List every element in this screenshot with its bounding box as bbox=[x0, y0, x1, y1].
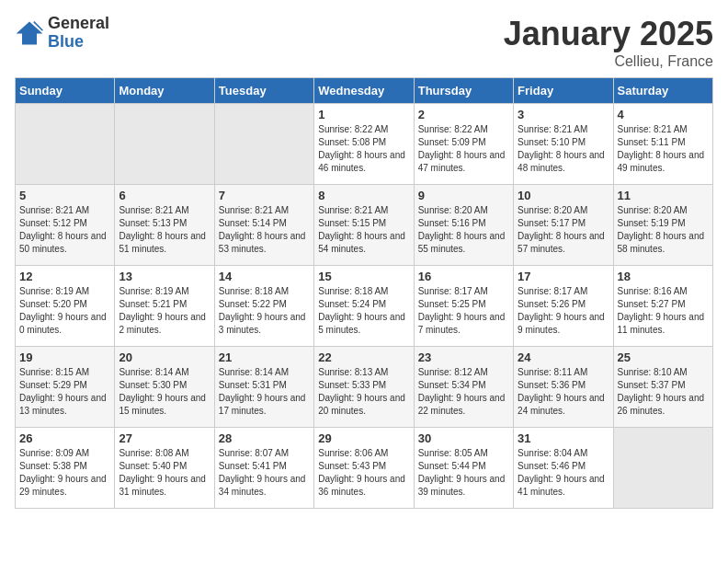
day-info: Sunrise: 8:15 AMSunset: 5:29 PMDaylight:… bbox=[19, 366, 110, 418]
logo-icon bbox=[15, 20, 44, 46]
calendar-day-cell: 30Sunrise: 8:05 AMSunset: 5:44 PMDayligh… bbox=[414, 428, 513, 509]
svg-marker-0 bbox=[17, 21, 43, 44]
day-number: 13 bbox=[119, 270, 210, 283]
day-number: 29 bbox=[318, 431, 409, 445]
calendar-day-cell: 6Sunrise: 8:21 AMSunset: 5:13 PMDaylight… bbox=[115, 185, 214, 266]
calendar-day-cell: 12Sunrise: 8:19 AMSunset: 5:20 PMDayligh… bbox=[16, 266, 115, 347]
day-number: 24 bbox=[518, 350, 609, 364]
day-number: 17 bbox=[518, 270, 609, 283]
day-number: 11 bbox=[618, 189, 709, 202]
calendar-day-cell: 23Sunrise: 8:12 AMSunset: 5:34 PMDayligh… bbox=[414, 347, 513, 428]
day-number: 22 bbox=[318, 350, 409, 364]
calendar-day-cell: 20Sunrise: 8:14 AMSunset: 5:30 PMDayligh… bbox=[115, 347, 214, 428]
day-number: 3 bbox=[518, 108, 609, 121]
day-number: 21 bbox=[219, 350, 310, 364]
day-number: 19 bbox=[19, 350, 110, 364]
day-number: 23 bbox=[418, 350, 509, 364]
calendar-week-row: 19Sunrise: 8:15 AMSunset: 5:29 PMDayligh… bbox=[16, 347, 713, 428]
day-info: Sunrise: 8:17 AMSunset: 5:26 PMDaylight:… bbox=[518, 285, 609, 337]
calendar-day-cell: 13Sunrise: 8:19 AMSunset: 5:21 PMDayligh… bbox=[115, 266, 214, 347]
day-info: Sunrise: 8:14 AMSunset: 5:31 PMDaylight:… bbox=[219, 366, 310, 418]
logo-text: General Blue bbox=[48, 15, 109, 52]
calendar-header-row: SundayMondayTuesdayWednesdayThursdayFrid… bbox=[16, 78, 713, 104]
day-info: Sunrise: 8:10 AMSunset: 5:37 PMDaylight:… bbox=[618, 366, 709, 418]
day-header: Friday bbox=[514, 78, 613, 104]
day-number: 30 bbox=[418, 431, 509, 445]
day-number: 20 bbox=[119, 350, 210, 364]
day-info: Sunrise: 8:13 AMSunset: 5:33 PMDaylight:… bbox=[318, 366, 409, 418]
calendar-day-cell: 7Sunrise: 8:21 AMSunset: 5:14 PMDaylight… bbox=[214, 185, 313, 266]
calendar-day-cell: 19Sunrise: 8:15 AMSunset: 5:29 PMDayligh… bbox=[16, 347, 115, 428]
day-info: Sunrise: 8:11 AMSunset: 5:36 PMDaylight:… bbox=[518, 366, 609, 418]
day-info: Sunrise: 8:05 AMSunset: 5:44 PMDaylight:… bbox=[418, 447, 509, 499]
day-info: Sunrise: 8:21 AMSunset: 5:13 PMDaylight:… bbox=[119, 204, 210, 256]
day-header: Thursday bbox=[414, 78, 513, 104]
logo-general: General bbox=[48, 15, 109, 33]
day-info: Sunrise: 8:18 AMSunset: 5:24 PMDaylight:… bbox=[318, 285, 409, 337]
logo: General Blue bbox=[15, 15, 109, 52]
day-header: Monday bbox=[115, 78, 214, 104]
calendar-day-cell bbox=[613, 428, 712, 509]
day-info: Sunrise: 8:21 AMSunset: 5:14 PMDaylight:… bbox=[219, 204, 310, 256]
day-number: 31 bbox=[518, 431, 609, 445]
calendar-day-cell: 22Sunrise: 8:13 AMSunset: 5:33 PMDayligh… bbox=[314, 347, 414, 428]
day-info: Sunrise: 8:19 AMSunset: 5:21 PMDaylight:… bbox=[119, 285, 210, 337]
calendar-day-cell: 14Sunrise: 8:18 AMSunset: 5:22 PMDayligh… bbox=[214, 266, 313, 347]
day-header: Tuesday bbox=[214, 78, 313, 104]
calendar-day-cell: 25Sunrise: 8:10 AMSunset: 5:37 PMDayligh… bbox=[613, 347, 712, 428]
day-info: Sunrise: 8:08 AMSunset: 5:40 PMDaylight:… bbox=[119, 447, 210, 499]
month-title: January 2025 bbox=[504, 15, 713, 53]
day-info: Sunrise: 8:20 AMSunset: 5:17 PMDaylight:… bbox=[518, 204, 609, 256]
calendar-day-cell: 5Sunrise: 8:21 AMSunset: 5:12 PMDaylight… bbox=[16, 185, 115, 266]
day-header: Sunday bbox=[16, 78, 115, 104]
day-number: 5 bbox=[19, 189, 110, 202]
day-number: 12 bbox=[19, 270, 110, 283]
day-info: Sunrise: 8:22 AMSunset: 5:09 PMDaylight:… bbox=[418, 123, 509, 175]
day-info: Sunrise: 8:20 AMSunset: 5:19 PMDaylight:… bbox=[618, 204, 709, 256]
day-number: 16 bbox=[418, 270, 509, 283]
calendar-day-cell: 27Sunrise: 8:08 AMSunset: 5:40 PMDayligh… bbox=[115, 428, 214, 509]
day-number: 28 bbox=[219, 431, 310, 445]
day-number: 7 bbox=[219, 189, 310, 202]
day-info: Sunrise: 8:18 AMSunset: 5:22 PMDaylight:… bbox=[219, 285, 310, 337]
day-number: 6 bbox=[119, 189, 210, 202]
day-info: Sunrise: 8:21 AMSunset: 5:10 PMDaylight:… bbox=[518, 123, 609, 175]
day-info: Sunrise: 8:17 AMSunset: 5:25 PMDaylight:… bbox=[418, 285, 509, 337]
day-info: Sunrise: 8:22 AMSunset: 5:08 PMDaylight:… bbox=[318, 123, 409, 175]
calendar-day-cell: 4Sunrise: 8:21 AMSunset: 5:11 PMDaylight… bbox=[613, 104, 712, 185]
day-info: Sunrise: 8:04 AMSunset: 5:46 PMDaylight:… bbox=[518, 447, 609, 499]
calendar-day-cell bbox=[214, 104, 313, 185]
calendar-day-cell: 1Sunrise: 8:22 AMSunset: 5:08 PMDaylight… bbox=[314, 104, 414, 185]
calendar-week-row: 26Sunrise: 8:09 AMSunset: 5:38 PMDayligh… bbox=[16, 428, 713, 509]
day-info: Sunrise: 8:21 AMSunset: 5:12 PMDaylight:… bbox=[19, 204, 110, 256]
calendar-day-cell: 16Sunrise: 8:17 AMSunset: 5:25 PMDayligh… bbox=[414, 266, 513, 347]
calendar-day-cell: 29Sunrise: 8:06 AMSunset: 5:43 PMDayligh… bbox=[314, 428, 414, 509]
day-info: Sunrise: 8:21 AMSunset: 5:15 PMDaylight:… bbox=[318, 204, 409, 256]
day-number: 26 bbox=[19, 431, 110, 445]
day-number: 18 bbox=[618, 270, 709, 283]
day-number: 2 bbox=[418, 108, 509, 121]
day-info: Sunrise: 8:09 AMSunset: 5:38 PMDaylight:… bbox=[19, 447, 110, 499]
day-info: Sunrise: 8:07 AMSunset: 5:41 PMDaylight:… bbox=[219, 447, 310, 499]
calendar-day-cell: 28Sunrise: 8:07 AMSunset: 5:41 PMDayligh… bbox=[214, 428, 313, 509]
day-number: 27 bbox=[119, 431, 210, 445]
day-info: Sunrise: 8:21 AMSunset: 5:11 PMDaylight:… bbox=[618, 123, 709, 175]
calendar-day-cell: 24Sunrise: 8:11 AMSunset: 5:36 PMDayligh… bbox=[514, 347, 613, 428]
day-number: 9 bbox=[418, 189, 509, 202]
calendar-day-cell bbox=[16, 104, 115, 185]
calendar-day-cell: 26Sunrise: 8:09 AMSunset: 5:38 PMDayligh… bbox=[16, 428, 115, 509]
calendar-day-cell: 10Sunrise: 8:20 AMSunset: 5:17 PMDayligh… bbox=[514, 185, 613, 266]
day-info: Sunrise: 8:19 AMSunset: 5:20 PMDaylight:… bbox=[19, 285, 110, 337]
day-number: 4 bbox=[618, 108, 709, 121]
day-number: 15 bbox=[318, 270, 409, 283]
day-header: Saturday bbox=[613, 78, 712, 104]
calendar-day-cell: 2Sunrise: 8:22 AMSunset: 5:09 PMDaylight… bbox=[414, 104, 513, 185]
calendar-table: SundayMondayTuesdayWednesdayThursdayFrid… bbox=[15, 77, 713, 509]
day-info: Sunrise: 8:20 AMSunset: 5:16 PMDaylight:… bbox=[418, 204, 509, 256]
day-header: Wednesday bbox=[314, 78, 414, 104]
calendar-day-cell: 17Sunrise: 8:17 AMSunset: 5:26 PMDayligh… bbox=[514, 266, 613, 347]
calendar-day-cell: 18Sunrise: 8:16 AMSunset: 5:27 PMDayligh… bbox=[613, 266, 712, 347]
location: Cellieu, France bbox=[504, 53, 713, 70]
day-info: Sunrise: 8:06 AMSunset: 5:43 PMDaylight:… bbox=[318, 447, 409, 499]
day-number: 1 bbox=[318, 108, 409, 121]
